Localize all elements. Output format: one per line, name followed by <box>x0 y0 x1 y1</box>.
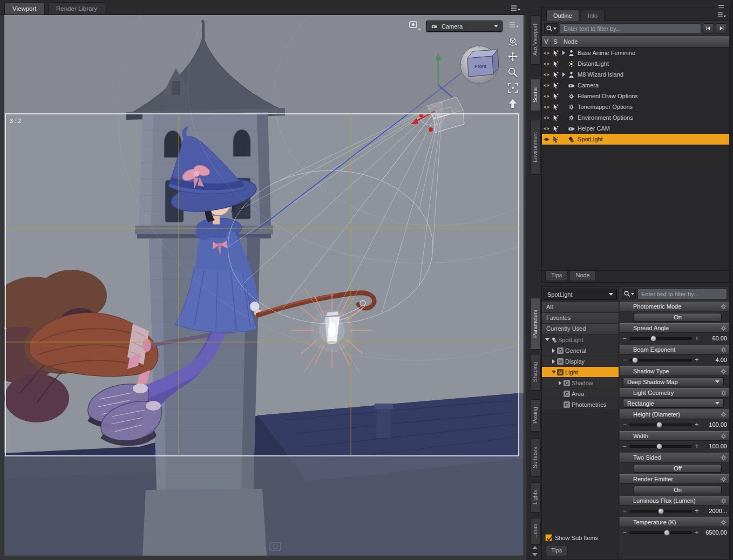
property-header[interactable]: Light Geometry <box>620 388 729 398</box>
gear-icon[interactable] <box>720 411 727 418</box>
param-list-favorites[interactable]: Favorites <box>542 313 619 324</box>
scene-node-row[interactable]: Environment Options <box>542 112 729 123</box>
expand-arrow-icon[interactable] <box>560 72 567 77</box>
search-icon[interactable] <box>622 289 636 299</box>
collapse-arrow-icon[interactable] <box>544 338 550 341</box>
increment-button[interactable] <box>694 441 700 451</box>
slider-value[interactable]: 2000... <box>702 508 727 514</box>
selection-pointer-icon[interactable] <box>551 60 560 67</box>
scene-node-row[interactable]: Filament Draw Options <box>542 91 729 101</box>
visibility-eye-icon[interactable] <box>542 82 551 89</box>
gear-icon[interactable] <box>720 390 727 397</box>
column-visibility[interactable]: V <box>542 36 551 47</box>
tab-render-library[interactable]: Render Library <box>48 2 105 15</box>
slider-track[interactable] <box>629 359 692 361</box>
property-header[interactable]: Beam Exponent <box>620 345 729 354</box>
tab-info[interactable]: Info <box>581 10 605 21</box>
expand-arrow-icon[interactable] <box>560 51 567 55</box>
column-node[interactable]: Node <box>560 36 729 47</box>
increment-button[interactable] <box>694 506 700 516</box>
camera-selector[interactable]: Camera <box>426 21 503 32</box>
orbit-tool-icon[interactable] <box>506 35 519 47</box>
slider-knob[interactable] <box>632 357 638 363</box>
param-tree-shadow[interactable]: Shadow <box>542 378 619 388</box>
gear-icon[interactable] <box>720 433 727 440</box>
tab-outline[interactable]: Outline <box>546 10 579 21</box>
toggle-button[interactable]: Off <box>634 464 722 473</box>
visibility-eye-icon[interactable] <box>542 114 551 121</box>
scene-panel-options-icon[interactable] <box>717 11 727 18</box>
property-header[interactable]: Render Emitter <box>620 474 729 484</box>
slider-value[interactable]: 100.00 <box>702 443 727 449</box>
property-header[interactable]: Width <box>620 431 729 441</box>
tab-scroll-up-button[interactable] <box>531 545 539 550</box>
slider-knob[interactable] <box>664 530 670 536</box>
slider-knob[interactable] <box>658 508 664 514</box>
increment-button[interactable] <box>694 333 700 343</box>
scene-filter-input[interactable] <box>560 23 701 34</box>
param-tree-light-selected[interactable]: Light <box>542 367 619 378</box>
scene-node-row[interactable]: Base Anime Feminine <box>542 47 729 58</box>
toggle-button[interactable]: On <box>634 486 722 494</box>
selection-pointer-icon[interactable] <box>551 93 560 100</box>
show-sub-items-checkbox[interactable] <box>545 534 552 541</box>
slider-track[interactable] <box>629 445 692 448</box>
property-header[interactable]: Shadow Type <box>620 366 729 376</box>
frame-tool-icon[interactable] <box>506 81 519 94</box>
property-header[interactable]: Temperature (K) <box>620 517 729 527</box>
selection-pointer-icon[interactable] <box>551 114 560 121</box>
property-header[interactable]: Photometric Mode <box>620 302 729 311</box>
selection-pointer-icon[interactable] <box>551 82 560 89</box>
selection-pointer-icon[interactable] <box>551 136 560 143</box>
slider-knob[interactable] <box>656 422 662 428</box>
param-tree-general[interactable]: General <box>542 345 619 356</box>
scene-node-row[interactable]: Camera <box>542 80 729 91</box>
visibility-eye-icon[interactable] <box>542 71 551 78</box>
visibility-eye-icon[interactable] <box>542 93 551 100</box>
selection-pointer-icon[interactable] <box>551 71 560 78</box>
slider-track[interactable] <box>629 531 692 534</box>
param-tree-display[interactable]: Display <box>542 356 619 367</box>
gear-icon[interactable] <box>720 454 727 461</box>
visibility-eye-icon[interactable] <box>542 136 551 143</box>
decrement-button[interactable] <box>622 506 627 516</box>
param-tree-area[interactable]: Area <box>542 388 619 399</box>
param-tree-spotlight[interactable]: SpotLight <box>542 334 619 345</box>
visibility-eye-icon[interactable] <box>542 125 551 132</box>
dock-tab-environment[interactable]: Environment <box>530 120 541 175</box>
scene-node-row[interactable]: Helper CAM <box>542 123 729 134</box>
selection-pointer-icon[interactable] <box>551 50 560 57</box>
slider-value[interactable]: 100.00 <box>702 421 727 428</box>
tab-tips[interactable]: Tips <box>545 271 568 281</box>
slider-track[interactable] <box>629 337 692 340</box>
decrement-button[interactable] <box>622 420 627 429</box>
slider-value[interactable]: 60.00 <box>702 335 727 342</box>
expand-arrow-icon[interactable] <box>557 381 563 385</box>
viewport-canvas[interactable]: 3 : 2 Front Camera <box>4 15 524 556</box>
parameters-filter-input[interactable] <box>637 289 727 299</box>
search-icon[interactable] <box>544 23 558 34</box>
tab-tips[interactable]: Tips <box>545 546 568 556</box>
decrement-button[interactable] <box>622 528 627 537</box>
property-header[interactable]: Spread Angle <box>620 323 729 333</box>
param-list-currently-used[interactable]: Currently Used <box>542 324 619 334</box>
gear-icon[interactable] <box>720 519 727 526</box>
viewport-widget-icon[interactable] <box>408 19 423 32</box>
scene-node-row[interactable]: Tonemapper Options <box>542 101 729 112</box>
selection-pointer-icon[interactable] <box>551 125 560 132</box>
tab-viewport[interactable]: Viewport <box>4 2 45 15</box>
scene-node-row[interactable]: M8 Wizard Island <box>542 69 729 80</box>
increment-button[interactable] <box>694 355 700 365</box>
dock-tab-surfaces[interactable]: Surfaces <box>530 438 541 477</box>
selection-pointer-icon[interactable] <box>551 104 560 111</box>
toggle-button[interactable]: On <box>634 313 722 322</box>
scene-node-row[interactable]: DistantLight <box>542 58 729 69</box>
dock-tab-lights[interactable]: Lights <box>530 482 541 513</box>
property-header[interactable]: Luminous Flux (Lumen) <box>620 496 729 506</box>
dock-tab-aux-viewport[interactable]: Aux Viewport <box>530 15 541 65</box>
expand-arrow-icon[interactable] <box>551 359 556 364</box>
dock-tab-posing[interactable]: Posing <box>530 399 541 432</box>
pane-options-icon[interactable] <box>510 4 521 12</box>
gear-icon[interactable] <box>720 368 727 375</box>
scene-node-row-selected[interactable]: SpotLight <box>542 134 729 145</box>
